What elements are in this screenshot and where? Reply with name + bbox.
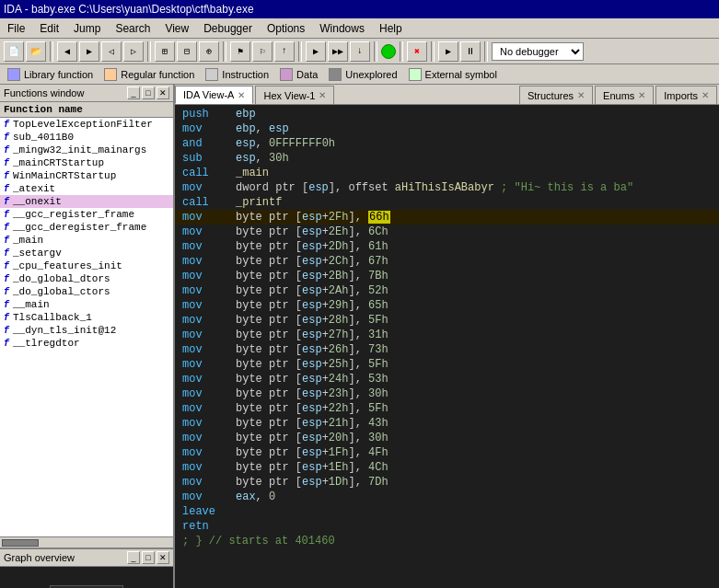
func-item-tlscallback[interactable]: f TlsCallback_1: [0, 311, 173, 324]
func-item-main[interactable]: f _main: [0, 234, 173, 247]
code-operand: byte ptr [esp+2Ah], 52h: [236, 283, 388, 298]
menu-view[interactable]: View: [157, 20, 196, 37]
func-item-winmain[interactable]: f WinMainCRTStartup: [0, 169, 173, 182]
functions-panel: Functions window _ □ ✕ Function name f T…: [0, 85, 175, 548]
menu-file[interactable]: File: [0, 20, 32, 37]
toolbar-open[interactable]: 📂: [26, 41, 46, 62]
func-item-toplevel[interactable]: f TopLevelExceptionFilter: [0, 118, 173, 131]
func-icon: f: [4, 261, 9, 271]
func-name: _mingw32_init_mainargs: [13, 144, 146, 156]
code-line: mov byte ptr [esp+23h], 30h: [175, 386, 719, 401]
toolbar-btn8[interactable]: ▶▶: [328, 41, 348, 62]
toolbar-btn1[interactable]: ⊞: [155, 41, 175, 62]
debugger-select[interactable]: No debugger: [492, 42, 584, 61]
menu-options[interactable]: Options: [260, 20, 312, 37]
functions-minimize[interactable]: _: [127, 86, 140, 99]
code-instr: mov: [182, 225, 228, 239]
code-operand: byte ptr [esp+27h], 31h: [236, 328, 388, 342]
func-item-dyn-tls[interactable]: f __dyn_tls_init@12: [0, 324, 173, 337]
menu-search[interactable]: Search: [108, 20, 157, 37]
tab-hex-view-close[interactable]: ✕: [319, 90, 326, 100]
toolbar-forward[interactable]: ▶: [79, 41, 99, 62]
func-item-sub4011b0[interactable]: f sub_4011B0: [0, 131, 173, 144]
toolbar-new[interactable]: 📄: [4, 41, 24, 62]
func-name: _main: [13, 235, 43, 246]
toolbar-btn7[interactable]: ▶: [306, 41, 326, 62]
func-item-mingw[interactable]: f _mingw32_init_mainargs: [0, 144, 173, 156]
tab-enums[interactable]: Enums ✕: [595, 86, 654, 104]
code-line: mov byte ptr [esp+26h], 73h: [175, 342, 719, 357]
func-icon: f: [4, 236, 9, 246]
legend-data-label: Data: [296, 69, 318, 80]
highlighted-value: 66h: [368, 211, 390, 224]
tab-enums-close[interactable]: ✕: [638, 90, 645, 100]
legend-regular: Regular function: [104, 68, 194, 81]
functions-maximize[interactable]: □: [142, 86, 155, 99]
graph-close[interactable]: ✕: [157, 551, 169, 564]
toolbar-btn9[interactable]: ↓: [350, 41, 370, 62]
code-area[interactable]: push ebp mov ebp, esp and esp, 0FFFFFFF0…: [175, 105, 719, 548]
toolbar-run[interactable]: ▶: [438, 41, 458, 62]
code-instr: call: [182, 166, 228, 180]
code-line: call _printf: [175, 195, 719, 210]
graph-maximize[interactable]: □: [142, 551, 155, 564]
code-instr: mov: [182, 372, 228, 386]
func-icon: f: [4, 158, 9, 168]
tab-structures[interactable]: Structures ✕: [519, 86, 593, 104]
func-item-cpu[interactable]: f _cpu_features_init: [0, 259, 173, 272]
func-item-gcc-reg[interactable]: f __gcc_register_frame: [0, 208, 173, 221]
toolbar-btn6[interactable]: ↑: [274, 41, 295, 62]
code-line: mov byte ptr [esp+2Dh], 61h: [175, 239, 719, 254]
toolbar-btn2[interactable]: ⊟: [177, 41, 197, 62]
code-line-highlight: mov byte ptr [esp+2Fh], 66h: [175, 210, 719, 225]
func-item-onexit[interactable]: f __onexit: [0, 195, 173, 208]
code-instr: mov: [182, 239, 228, 254]
code-operand: byte ptr [esp+28h], 5Fh: [236, 313, 388, 328]
menu-jump[interactable]: Jump: [66, 20, 108, 37]
graph-minimize[interactable]: _: [127, 551, 140, 564]
code-line: mov byte ptr [esp+20h], 30h: [175, 431, 719, 445]
code-instr: retn: [182, 519, 228, 534]
code-line: mov byte ptr [esp+25h], 5Fh: [175, 357, 719, 372]
functions-list[interactable]: f TopLevelExceptionFilter f sub_4011B0 f…: [0, 118, 173, 536]
code-instr: mov: [182, 210, 228, 225]
func-item-global-ctors[interactable]: f _do_global_ctors: [0, 285, 173, 298]
func-item-setargv[interactable]: f _setargv: [0, 247, 173, 259]
functions-header: Function name: [0, 102, 173, 118]
toolbar-btn4[interactable]: ⚑: [230, 41, 250, 62]
func-icon: f: [4, 171, 9, 181]
menu-edit[interactable]: Edit: [32, 20, 66, 37]
functions-close[interactable]: ✕: [157, 86, 169, 99]
toolbar-back[interactable]: ◀: [57, 41, 77, 62]
tab-imports[interactable]: Imports ✕: [655, 86, 717, 104]
func-name: _setargv: [13, 248, 62, 259]
toolbar-forward2[interactable]: ▷: [123, 41, 144, 62]
func-item-tlregdtor[interactable]: f __tlregdtor: [0, 337, 173, 350]
func-icon: f: [4, 223, 9, 233]
toolbar-pause[interactable]: ⏸: [460, 41, 481, 62]
menu-debugger[interactable]: Debugger: [196, 20, 260, 37]
toolbar-btn3[interactable]: ⊕: [199, 41, 219, 62]
toolbar-stop[interactable]: ✖: [407, 41, 427, 62]
functions-scrollbar[interactable]: [0, 536, 173, 548]
func-icon: f: [4, 120, 9, 130]
tab-ida-view[interactable]: IDA View-A ✕: [175, 86, 253, 104]
bottom-area: Graph overview _ □ ✕: [0, 548, 719, 588]
code-instr: mov: [182, 180, 228, 195]
toolbar-back2[interactable]: ◁: [101, 41, 122, 62]
code-operand: byte ptr [esp+1Fh], 4Fh: [236, 445, 388, 460]
toolbar-btn5[interactable]: ⚐: [252, 41, 273, 62]
tab-ida-view-close[interactable]: ✕: [238, 90, 245, 100]
menu-help[interactable]: Help: [372, 20, 410, 37]
func-item-dunder-main[interactable]: f __main: [0, 298, 173, 311]
toolbar-sep7: [431, 41, 435, 62]
func-item-global-dtors[interactable]: f _do_global_dtors: [0, 272, 173, 285]
func-name: TlsCallback_1: [13, 312, 92, 323]
tab-structures-close[interactable]: ✕: [577, 90, 585, 100]
tab-hex-view[interactable]: Hex View-1 ✕: [255, 86, 334, 104]
menu-windows[interactable]: Windows: [312, 20, 372, 37]
func-item-gcc-dereg[interactable]: f __gcc_deregister_frame: [0, 221, 173, 234]
tab-imports-close[interactable]: ✕: [702, 90, 709, 100]
func-item-atexit[interactable]: f _atexit: [0, 182, 173, 195]
func-item-maincrt[interactable]: f _mainCRTStartup: [0, 156, 173, 169]
